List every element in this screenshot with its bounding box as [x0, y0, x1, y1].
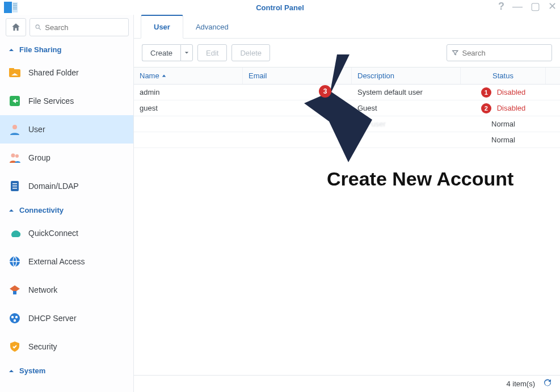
col-header-email[interactable]: Email [243, 68, 352, 84]
section-header-connectivity[interactable]: Connectivity [0, 200, 133, 219]
delete-button[interactable]: Delete [231, 44, 270, 61]
chevron-up-icon [8, 47, 15, 53]
annotation-text: Create New Account [327, 168, 513, 190]
col-header-name[interactable]: Name [134, 68, 243, 84]
group-icon [8, 151, 22, 165]
table-filter-input[interactable] [462, 49, 547, 57]
cell-status: 2Disabled [461, 103, 546, 113]
sidebar-item-label: File Services [28, 96, 74, 106]
col-header-name-label: Name [140, 71, 159, 80]
security-icon [8, 340, 22, 353]
svg-point-20 [10, 313, 20, 323]
svg-rect-0 [4, 2, 12, 13]
sidebar-item-label: Domain/LDAP [28, 182, 79, 191]
cell-description: System default user [352, 88, 461, 96]
svg-rect-9 [9, 68, 14, 71]
chevron-down-icon [184, 50, 189, 55]
cell-status: Normal [461, 136, 546, 144]
svg-rect-15 [12, 183, 17, 184]
table-row[interactable]: guestGuest2Disabled [134, 100, 560, 116]
create-button[interactable]: Create [142, 44, 180, 61]
create-button-group: Create [142, 44, 193, 61]
sidebar-item-user[interactable]: User [0, 115, 133, 144]
sidebar-item-file-services[interactable]: File Services [0, 87, 133, 115]
domain-ldap-icon [8, 179, 22, 193]
maximize-icon[interactable]: ▢ [530, 1, 540, 11]
sidebar-item-label: Network [28, 285, 57, 294]
dhcp-server-icon [8, 311, 22, 325]
annotation-badge-1: 1 [481, 87, 491, 98]
main-panel: UserAdvanced Create Edit Delete Name [134, 15, 560, 392]
home-button[interactable] [6, 18, 26, 36]
chevron-up-icon [8, 207, 15, 214]
create-dropdown-button[interactable] [180, 44, 193, 61]
sidebar: File SharingShared FolderFile ServicesUs… [0, 15, 134, 392]
refresh-button[interactable] [543, 378, 552, 389]
sidebar-item-label: Group [28, 153, 50, 162]
sidebar-search[interactable] [30, 18, 129, 36]
col-header-status[interactable]: Status [461, 68, 546, 84]
svg-rect-19 [13, 291, 16, 294]
close-icon[interactable]: ✕ [548, 1, 557, 11]
minimize-icon[interactable]: — [512, 1, 523, 11]
col-header-description[interactable]: Description [352, 68, 461, 84]
sidebar-item-dhcp-server[interactable]: DHCP Server [0, 304, 133, 332]
sort-asc-icon [162, 71, 166, 80]
sidebar-item-domain-ldap[interactable]: Domain/LDAP [0, 172, 133, 200]
table-row[interactable]: Normal [134, 132, 560, 148]
svg-point-23 [14, 319, 16, 322]
sidebar-item-network[interactable]: Network [0, 276, 133, 304]
refresh-icon [543, 378, 552, 387]
svg-point-22 [15, 316, 18, 318]
cell-name: guest [134, 104, 243, 112]
sidebar-item-label: Shared Folder [28, 68, 79, 77]
sidebar-item-quickconnect[interactable]: QuickConnect [0, 219, 133, 247]
svg-line-7 [39, 28, 41, 30]
sidebar-item-shared-folder[interactable]: Shared Folder [0, 58, 133, 87]
toolbar: Create Edit Delete [134, 39, 560, 67]
home-icon [11, 22, 21, 32]
table-row[interactable]: adminSystem default user1Disabled [134, 85, 560, 100]
tab-user[interactable]: User [141, 15, 183, 39]
table-filter[interactable] [447, 44, 552, 61]
edit-button[interactable]: Edit [197, 44, 227, 61]
sidebar-item-security[interactable]: Security [0, 332, 133, 361]
svg-rect-4 [13, 7, 17, 8]
cell-status: 1Disabled [461, 87, 546, 98]
svg-rect-17 [12, 188, 17, 189]
app-icon [0, 0, 23, 15]
svg-point-21 [11, 316, 14, 318]
user-icon [8, 123, 22, 136]
network-icon [8, 283, 22, 297]
sidebar-item-label: DHCP Server [28, 314, 77, 323]
svg-point-12 [11, 154, 15, 158]
sidebar-item-label: QuickConnect [28, 229, 78, 238]
external-access-icon [8, 255, 22, 268]
table-header: Name Email Description Status [134, 68, 560, 85]
svg-rect-3 [13, 5, 17, 6]
user-table: Name Email Description Status adminSyste… [134, 67, 560, 148]
help-icon[interactable]: ? [498, 1, 504, 11]
sidebar-item-label: Security [28, 342, 57, 351]
tab-advanced[interactable]: Advanced [183, 15, 241, 38]
search-icon [35, 23, 41, 31]
quickconnect-icon [8, 226, 22, 240]
sidebar-search-input[interactable] [45, 23, 124, 32]
cell-description: Guest [352, 104, 461, 112]
table-row[interactable]: FTPuserNormal [134, 116, 560, 132]
sidebar-item-external-access[interactable]: External Access [0, 247, 133, 276]
table-footer: 4 item(s) [134, 375, 560, 392]
cell-description: FTPuser [352, 120, 461, 128]
section-header-system[interactable]: System [0, 361, 133, 380]
tabs: UserAdvanced [134, 15, 560, 39]
annotation-badge-2: 2 [481, 103, 491, 113]
sidebar-item-group[interactable]: Group [0, 144, 133, 172]
item-count: 4 item(s) [506, 380, 535, 388]
window-title: Control Panel [0, 3, 560, 12]
filter-icon [452, 49, 458, 57]
svg-rect-16 [12, 186, 17, 187]
sidebar-item-label: External Access [28, 257, 85, 266]
chevron-up-icon [8, 368, 15, 374]
shared-folder-icon [8, 66, 22, 79]
section-header-file-sharing[interactable]: File Sharing [0, 40, 133, 58]
